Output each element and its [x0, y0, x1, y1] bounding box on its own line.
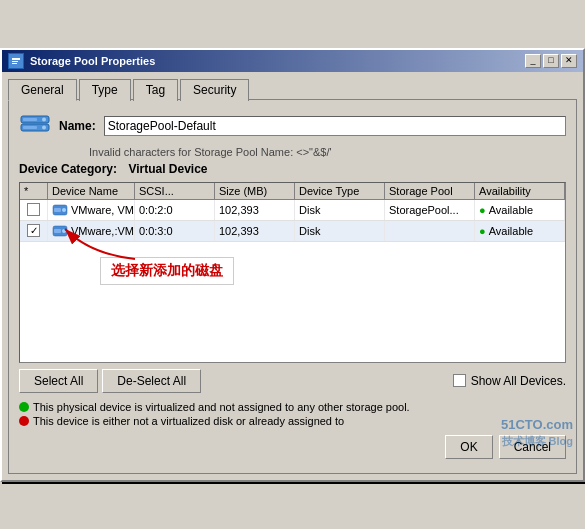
tab-content-general: Name: Invalid characters for Storage Poo… — [8, 99, 577, 474]
title-bar: Storage Pool Properties _ □ ✕ — [2, 50, 583, 72]
col-header-scsi: SCSI... — [135, 183, 215, 199]
svg-rect-2 — [12, 61, 18, 62]
minimize-button[interactable]: _ — [525, 54, 541, 68]
show-all-checkbox[interactable] — [453, 374, 466, 387]
svg-point-11 — [62, 208, 66, 212]
name-input[interactable] — [104, 116, 566, 136]
window-icon — [8, 53, 24, 69]
row1-availability: ● Available — [475, 200, 565, 220]
title-bar-text: Storage Pool Properties — [8, 53, 155, 69]
row1-device-type: Disk — [295, 200, 385, 220]
table-header: * Device Name SCSI... Size (MB) Device T… — [20, 183, 565, 200]
row2-storage-pool — [385, 221, 475, 241]
window-body: General Type Tag Security — [2, 72, 583, 480]
ok-button[interactable]: OK — [445, 435, 492, 459]
legend-item-red: This device is either not a virtualized … — [19, 415, 566, 427]
row2-device-type: Disk — [295, 221, 385, 241]
svg-rect-1 — [12, 58, 20, 60]
checkbox-row2[interactable] — [27, 224, 40, 237]
col-header-size: Size (MB) — [215, 183, 295, 199]
bottom-buttons-row: Select All De-Select All Show All Device… — [19, 369, 566, 393]
select-all-button[interactable]: Select All — [19, 369, 98, 393]
svg-rect-9 — [23, 126, 37, 129]
legend-item-green: This physical device is virtualized and … — [19, 401, 566, 413]
row1-storage-pool: StoragePool... — [385, 200, 475, 220]
title-bar-buttons: _ □ ✕ — [525, 54, 577, 68]
device-category-row: Device Category: Virtual Device — [19, 162, 566, 176]
maximize-button[interactable]: □ — [543, 54, 559, 68]
row1-checkbox[interactable] — [20, 200, 48, 220]
avail-dot-row1: ● — [479, 204, 486, 216]
col-header-star: * — [20, 183, 48, 199]
device-category-label: Device Category: — [19, 162, 117, 176]
svg-point-7 — [42, 125, 46, 129]
close-button[interactable]: ✕ — [561, 54, 577, 68]
storage-pool-properties-window: Storage Pool Properties _ □ ✕ General Ty… — [0, 48, 585, 482]
col-header-storage-pool: Storage Pool — [385, 183, 475, 199]
table-empty-area: 选择新添加的磁盘 — [20, 242, 565, 362]
legend-dot-green — [19, 402, 29, 412]
svg-rect-3 — [12, 63, 17, 64]
svg-point-6 — [42, 117, 46, 121]
svg-rect-8 — [23, 118, 37, 121]
tab-bar: General Type Tag Security — [8, 78, 577, 100]
name-hint: Invalid characters for Storage Pool Name… — [89, 146, 566, 158]
device-table: * Device Name SCSI... Size (MB) Device T… — [19, 182, 566, 363]
dialog-buttons: OK Cancel — [19, 431, 566, 463]
col-header-device-type: Device Type — [295, 183, 385, 199]
col-header-device-name: Device Name — [48, 183, 135, 199]
tab-security[interactable]: Security — [180, 79, 249, 101]
name-row: Name: — [19, 110, 566, 142]
col-header-availability: Availability — [475, 183, 565, 199]
legend-text-red: This device is either not a virtualized … — [33, 415, 344, 427]
legend: This physical device is virtualized and … — [19, 401, 566, 427]
row2-checkbox[interactable] — [20, 221, 48, 241]
name-label: Name: — [59, 119, 96, 133]
tab-general[interactable]: General — [8, 79, 77, 101]
storage-icon — [19, 110, 51, 142]
annotation-arrow — [50, 214, 150, 264]
show-all-row: Show All Devices. — [453, 374, 566, 388]
tab-type[interactable]: Type — [79, 79, 131, 101]
checkbox-row1[interactable] — [27, 203, 40, 216]
device-category-value: Virtual Device — [128, 162, 207, 176]
select-buttons: Select All De-Select All — [19, 369, 201, 393]
legend-text-green: This physical device is virtualized and … — [33, 401, 410, 413]
avail-dot-row2: ● — [479, 225, 486, 237]
row2-size: 102,393 — [215, 221, 295, 241]
row2-availability: ● Available — [475, 221, 565, 241]
row1-size: 102,393 — [215, 200, 295, 220]
tab-tag[interactable]: Tag — [133, 79, 178, 101]
deselect-all-button[interactable]: De-Select All — [102, 369, 201, 393]
cancel-button[interactable]: Cancel — [499, 435, 566, 459]
window-title: Storage Pool Properties — [30, 55, 155, 67]
legend-dot-red — [19, 416, 29, 426]
svg-rect-12 — [54, 208, 61, 212]
show-all-label: Show All Devices. — [471, 374, 566, 388]
